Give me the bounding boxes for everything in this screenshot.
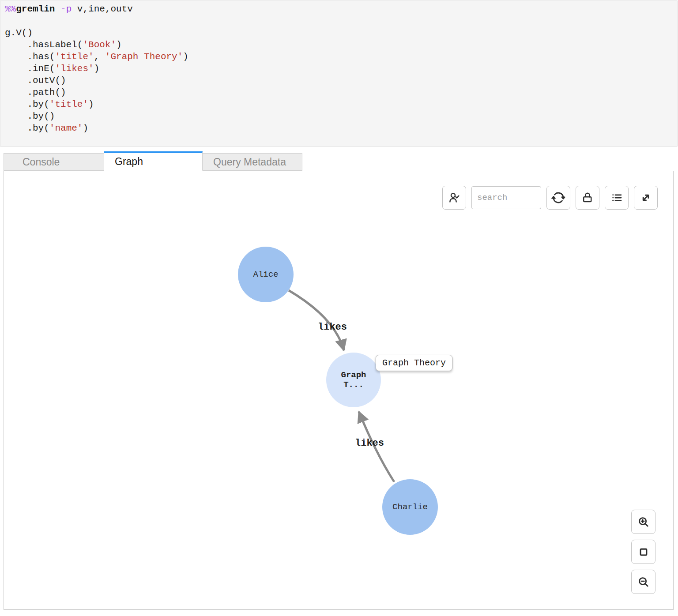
tab-console-label: Console	[23, 156, 60, 168]
refresh-button[interactable]	[546, 186, 570, 210]
node-charlie[interactable]: Charlie	[382, 479, 438, 535]
code-line: .by()	[5, 110, 673, 122]
code-line: .path()	[5, 86, 673, 98]
node-alice[interactable]: Alice	[238, 247, 294, 302]
expand-icon	[639, 191, 652, 204]
list-button[interactable]	[605, 186, 629, 210]
expand-button[interactable]	[634, 186, 658, 210]
edge-label-charlie-graph-theory: likes	[355, 438, 384, 449]
tab-graph-label: Graph	[115, 156, 143, 168]
fit-button[interactable]	[631, 540, 655, 564]
code-cell[interactable]: %%gremlin -p v,ine,outv g.V() .hasLabel(…	[0, 0, 678, 147]
tab-bar: Console Graph Query Metadata	[4, 151, 302, 171]
unlock-icon	[581, 191, 594, 204]
search-input[interactable]	[471, 186, 541, 209]
person-check-icon	[448, 191, 461, 204]
code-line: .by('title')	[5, 98, 673, 110]
tab-graph[interactable]: Graph	[104, 151, 203, 171]
lock-button[interactable]	[576, 186, 599, 210]
zoom-out-button[interactable]	[631, 570, 655, 594]
zoom-in-button[interactable]	[631, 510, 655, 534]
code-line: .outV()	[5, 75, 673, 86]
code-line: g.V()	[5, 27, 673, 39]
tab-query-metadata[interactable]: Query Metadata	[202, 153, 302, 171]
edge-label-alice-graph-theory: likes	[318, 322, 347, 333]
code-line: %%gremlin -p v,ine,outv	[5, 3, 673, 15]
tab-query-metadata-label: Query Metadata	[213, 156, 286, 168]
code-line: .hasLabel('Book')	[5, 39, 673, 51]
graph-canvas[interactable]: likeslikesAliceGraph T...Charlie	[4, 171, 673, 609]
code-line: .by('name')	[5, 122, 673, 134]
zoom-in-icon	[637, 515, 650, 529]
graph-panel: likeslikesAliceGraph T...Charlie Graph T…	[4, 171, 674, 610]
zoom-out-icon	[637, 575, 650, 589]
node-graph-theory[interactable]: Graph T...	[326, 353, 381, 407]
person-check-button[interactable]	[442, 186, 466, 210]
edge-alice-graph-theory[interactable]	[289, 290, 344, 350]
code-line: .inE('likes')	[5, 63, 673, 75]
refresh-icon	[551, 191, 565, 205]
node-tooltip: Graph Theory	[376, 355, 452, 371]
code-line	[5, 15, 673, 27]
fit-icon	[637, 545, 650, 559]
code-line: .has('title', 'Graph Theory')	[5, 51, 673, 63]
tab-console[interactable]: Console	[4, 153, 104, 171]
zoom-controls	[631, 510, 655, 594]
list-icon	[610, 191, 623, 204]
graph-toolbar	[442, 186, 658, 210]
code-content: %%gremlin -p v,ine,outv g.V() .hasLabel(…	[5, 3, 673, 134]
